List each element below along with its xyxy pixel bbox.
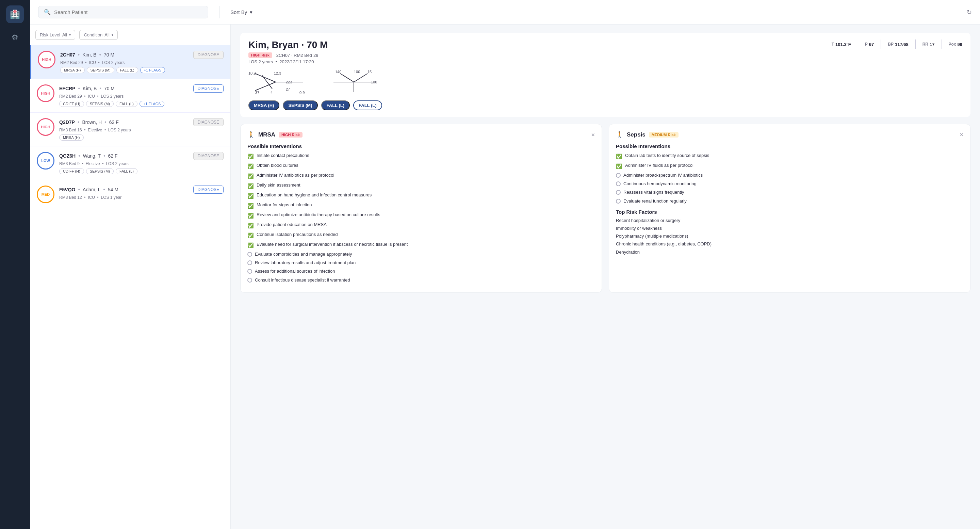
vital-pulse: P 67 bbox=[865, 42, 874, 47]
condition-filter-button[interactable]: Condition All ▾ bbox=[79, 30, 118, 40]
cond-mrsa-button[interactable]: MRSA (H) bbox=[248, 100, 279, 110]
sepsis-item-5: Evaluate renal function regularly bbox=[616, 198, 963, 204]
diagnose-button-1[interactable]: DIAGNOSE bbox=[193, 84, 224, 92]
check-icon: ✅ bbox=[616, 163, 622, 170]
patient-sub-3: RM3 Bed 9 • Elective • LOS 2 years bbox=[59, 161, 224, 166]
star-chart-2: 140 100 15 100 bbox=[323, 69, 385, 96]
sort-by-button[interactable]: Sort By ▾ bbox=[231, 9, 253, 15]
mrsa-item-8: ✅ Evaluate need for surgical interventio… bbox=[247, 241, 595, 249]
risk-badge-0: HIGH bbox=[38, 51, 56, 69]
tag-more-1: +1 FLAGS bbox=[140, 101, 165, 107]
mrsa-interventions-title: Possible Interventions bbox=[247, 143, 595, 149]
patient-header-2: Q2D7P • Brown, H • 62 F DIAGNOSE bbox=[59, 118, 224, 126]
check-icon: ✅ bbox=[247, 242, 254, 249]
check-icon: ✅ bbox=[247, 222, 254, 229]
patient-card-3[interactable]: LOW QGZ6H • Wang, T • 62 F DIAGNOSE RM3 … bbox=[30, 147, 231, 180]
detail-los: LOS 2 years • 2022/12/11 17:20 bbox=[248, 59, 328, 64]
mrsa-item-11: Assess for additional sources of infecti… bbox=[247, 268, 595, 274]
mrsa-item-12: Consult infectious disease specialist if… bbox=[247, 277, 595, 283]
sepsis-item-0: ✅ Obtain lab tests to identify source of… bbox=[616, 153, 963, 160]
circle-icon bbox=[616, 173, 620, 178]
patient-info-0: 2CH07 • Kim, B • 70 M DIAGNOSE RM2 Bed 2… bbox=[60, 51, 224, 73]
tag-mrsa-2: MRSA (H) bbox=[59, 134, 84, 140]
filter-row: Risk Level All ▾ Condition All ▾ bbox=[30, 30, 231, 45]
vital-bp: BP 117/68 bbox=[888, 42, 908, 47]
diagnose-button-0[interactable]: DIAGNOSE bbox=[193, 51, 224, 59]
top-risk-title: Top Risk Factors bbox=[616, 209, 963, 215]
diagnose-button-2[interactable]: DIAGNOSE bbox=[193, 118, 224, 126]
risk-badge-4: MED bbox=[37, 185, 54, 203]
circle-icon bbox=[616, 182, 620, 186]
patient-card-4[interactable]: MED F5VQO • Adam, L • 54 M DIAGNOSE RM3 … bbox=[30, 180, 231, 209]
patient-header-1: EFCRP • Kim, B • 70 M DIAGNOSE bbox=[59, 84, 224, 92]
tag-mrsa: MRSA (H) bbox=[60, 67, 85, 73]
risk-filter-chevron: ▾ bbox=[69, 33, 71, 37]
cond-fall-blue-button[interactable]: FALL (L) bbox=[321, 100, 350, 110]
risk-factor-3: Chronic health conditions (e.g., diabete… bbox=[616, 241, 963, 247]
tag-cdiff: CDIFF (H) bbox=[59, 101, 84, 107]
svg-text:12.3: 12.3 bbox=[274, 71, 281, 75]
diagnose-button-3[interactable]: DIAGNOSE bbox=[193, 152, 224, 160]
tag-more: +1 FLAGS bbox=[140, 67, 165, 73]
patient-header-3: QGZ6H • Wang, T • 62 F DIAGNOSE bbox=[59, 152, 224, 160]
patient-card-2[interactable]: HIGH Q2D7P • Brown, H • 62 F DIAGNOSE RM… bbox=[30, 113, 231, 147]
patient-detail-info: Kim, Bryan · 70 M HIGH Risk 2CH07 · RM2 … bbox=[248, 40, 328, 64]
check-icon: ✅ bbox=[616, 153, 622, 160]
app-logo: 🏥 bbox=[6, 5, 24, 23]
mrsa-item-2: ✅ Daily skin assessment bbox=[247, 182, 595, 190]
topbar: 🔍 Sort By ▾ ↻ bbox=[30, 0, 980, 24]
patient-card-1[interactable]: HIGH EFCRP • Kim, B • 70 M DIAGNOSE RM2 … bbox=[30, 79, 231, 113]
circle-icon bbox=[247, 252, 252, 257]
sepsis-item-2: Administer broad-spectrum IV antibiotics bbox=[616, 172, 963, 178]
mrsa-item-3: ✅ Education on hand hygiene and infectio… bbox=[247, 192, 595, 199]
risk-filter-button[interactable]: Risk Level All ▾ bbox=[35, 30, 75, 40]
risk-badge-1: HIGH bbox=[37, 84, 54, 102]
sidebar: 🏥 ⚙ bbox=[0, 0, 30, 529]
patient-info-4: F5VQO • Adam, L • 54 M DIAGNOSE RM3 Bed … bbox=[59, 185, 224, 202]
cond-sepsis-button[interactable]: SEPSIS (M) bbox=[283, 100, 318, 110]
search-container[interactable]: 🔍 bbox=[38, 6, 208, 18]
sepsis-interventions-title: Possible Interventions bbox=[616, 143, 963, 149]
refresh-button[interactable]: ↻ bbox=[967, 8, 972, 16]
tag-sepsis: SEPSIS (M) bbox=[87, 67, 115, 73]
patient-info-2: Q2D7P • Brown, H • 62 F DIAGNOSE RM3 Bed… bbox=[59, 118, 224, 140]
search-icon: 🔍 bbox=[44, 9, 51, 15]
sepsis-close-button[interactable]: × bbox=[959, 131, 963, 139]
patient-tags-2: MRSA (H) bbox=[59, 134, 224, 140]
settings-button[interactable]: ⚙ bbox=[9, 31, 21, 43]
tag-fall-3: FALL (L) bbox=[116, 168, 137, 174]
patient-card-0[interactable]: HIGH 2CH07 • Kim, B • 70 M DIAGNOSE RM2 … bbox=[30, 45, 231, 79]
svg-text:4: 4 bbox=[270, 91, 272, 95]
vitals-bar: T 101.3°F P 67 BP 117/68 bbox=[832, 40, 962, 49]
search-input[interactable] bbox=[54, 9, 202, 15]
high-risk-badge: HIGH Risk bbox=[248, 53, 272, 58]
patient-header-4: F5VQO • Adam, L • 54 M DIAGNOSE bbox=[59, 185, 224, 194]
cond-fall-outline-button[interactable]: FALL (L) bbox=[353, 100, 382, 110]
patient-info-3: QGZ6H • Wang, T • 62 F DIAGNOSE RM3 Bed … bbox=[59, 152, 224, 174]
vital-temp: T 101.3°F bbox=[832, 42, 851, 47]
star-charts: 10.2 12.3 223 37 4 27 0.9 bbox=[248, 69, 962, 96]
risk-factor-0: Recent hospitalization or surgery bbox=[616, 218, 963, 224]
risk-factor-1: Immobility or weakness bbox=[616, 225, 963, 231]
tag-cdiff-3: CDIFF (H) bbox=[59, 168, 84, 174]
patient-title: Kim, Bryan · 70 M bbox=[248, 40, 328, 50]
patient-sub-4: RM3 Bed 12 • ICU • LOS 1 year bbox=[59, 195, 224, 200]
detail-panel: Kim, Bryan · 70 M HIGH Risk 2CH07 · RM2 … bbox=[231, 24, 980, 529]
svg-text:15: 15 bbox=[368, 70, 372, 74]
risk-badge-2: HIGH bbox=[37, 118, 54, 136]
svg-text:100: 100 bbox=[354, 70, 360, 74]
mrsa-card-header: 🚶 MRSA HIGH Risk × bbox=[247, 131, 595, 139]
svg-line-13 bbox=[340, 73, 354, 82]
diagnose-button-4[interactable]: DIAGNOSE bbox=[193, 185, 224, 194]
refresh-icon: ↻ bbox=[967, 9, 972, 16]
sepsis-item-3: Continuous hemodynamic monitoring bbox=[616, 181, 963, 187]
content-area: Risk Level All ▾ Condition All ▾ HIGH 2C… bbox=[30, 24, 980, 529]
check-icon: ✅ bbox=[247, 163, 254, 170]
check-icon: ✅ bbox=[247, 212, 254, 219]
circle-icon bbox=[616, 190, 620, 195]
sepsis-item-1: ✅ Administer IV fluids as per protocol bbox=[616, 163, 963, 170]
mrsa-close-button[interactable]: × bbox=[591, 131, 595, 139]
risk-factor-2: Polypharmacy (multiple medications) bbox=[616, 233, 963, 239]
patient-tags-1: CDIFF (H) SEPSIS (M) FALL (L) +1 FLAGS bbox=[59, 101, 224, 107]
tag-fall: FALL (L) bbox=[116, 67, 138, 73]
